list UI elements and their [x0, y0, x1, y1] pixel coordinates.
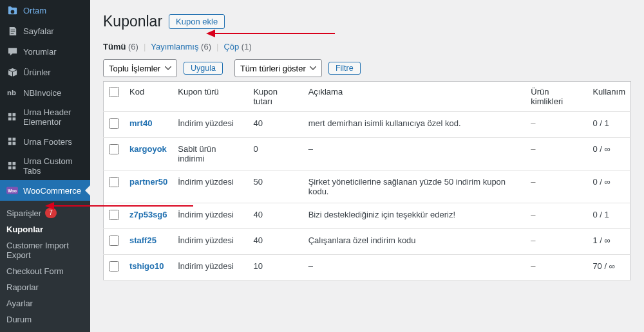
submenu-item-raporlar[interactable]: Raporlar: [0, 279, 90, 295]
submenu-item-ayarlar[interactable]: Ayarlar: [0, 295, 90, 311]
col-type[interactable]: Kupon türü: [173, 82, 248, 112]
cell-type: İndirim yüzdesi: [173, 171, 248, 203]
sidebar-item-label: WooCommerce: [23, 186, 81, 196]
filter-view[interactable]: Yayımlanmış: [151, 42, 198, 51]
sidebar-item-label: Urna Header Elementor: [23, 107, 85, 127]
coupon-code-link[interactable]: z7p53sg6: [129, 210, 167, 219]
box-icon: [6, 66, 18, 78]
page-title: Kuponlar: [103, 13, 162, 30]
col-code[interactable]: Kod: [124, 82, 173, 112]
filter-views: Tümü (6)|Yayımlanmış (6)|Çöp (1): [103, 42, 631, 51]
cell-usage: 0 / ∞: [587, 171, 630, 203]
submenu-item-label: Ayarlar: [6, 299, 33, 308]
table-row: partner50İndirim yüzdesi50Şirket yönetic…: [104, 171, 631, 203]
cell-product-ids: –: [526, 112, 587, 138]
cell-desc: Bizi desteklediğiniz için teşekkür ederi…: [303, 203, 526, 229]
submenu-item-customer-import-export[interactable]: Customer Import Export: [0, 237, 90, 263]
sidebar-item-urna-header-elementor[interactable]: Urna Header Elementor: [0, 103, 90, 131]
cell-desc: Çalışanlara özel indirim kodu: [303, 229, 526, 255]
coupons-table: Kod Kupon türü Kupon tutarı Açıklama Ürü…: [103, 81, 631, 281]
cell-type: İndirim yüzdesi: [173, 203, 248, 229]
sidebar-item-sayfalar[interactable]: Sayfalar: [0, 21, 90, 41]
svg-rect-13: [12, 166, 15, 169]
sidebar-item-label: Ürünler: [23, 68, 51, 77]
select-all-checkbox[interactable]: [109, 87, 119, 97]
col-desc[interactable]: Açıklama: [303, 82, 526, 112]
svg-rect-12: [8, 166, 11, 169]
apply-button[interactable]: Uygula: [184, 62, 223, 75]
row-checkbox[interactable]: [109, 118, 119, 129]
submenu-item-uzantılar[interactable]: Uzantılar: [0, 327, 90, 332]
page-icon: [6, 25, 18, 37]
row-checkbox[interactable]: [109, 210, 119, 220]
sidebar-item-ürünler[interactable]: Ürünler: [0, 62, 90, 82]
table-row: z7p53sg6İndirim yüzdesi40Bizi destekledi…: [104, 203, 631, 229]
svg-rect-11: [12, 161, 15, 165]
cell-product-ids: –: [526, 138, 587, 171]
cell-desc: mert demirhan isimli kullanıcıya özel ko…: [303, 112, 526, 138]
cell-amount: 0: [248, 138, 303, 171]
row-checkbox[interactable]: [109, 261, 119, 272]
svg-rect-6: [8, 137, 11, 140]
coupon-type-select[interactable]: Tüm türleri göster: [234, 59, 322, 77]
filter-view[interactable]: Tümü: [103, 42, 126, 51]
col-amount[interactable]: Kupon tutarı: [248, 82, 303, 112]
sidebar-item-label: Ortam: [23, 6, 46, 15]
sidebar-item-nbinvoice[interactable]: nbNBInvoice: [0, 82, 90, 103]
cell-product-ids: –: [526, 203, 587, 229]
svg-rect-3: [12, 113, 15, 116]
filter-view[interactable]: Çöp: [223, 42, 239, 51]
sidebar-item-woocommerce[interactable]: Woo WooCommerce: [0, 180, 90, 201]
cell-type: Sabit ürün indirimi: [173, 138, 248, 171]
coupon-code-link[interactable]: tshigo10: [129, 261, 164, 271]
submenu-item-durum[interactable]: Durum: [0, 311, 90, 327]
comment-icon: [6, 46, 18, 57]
sidebar-item-urna-custom-tabs[interactable]: Urna Custom Tabs: [0, 152, 90, 180]
sidebar-item-urna-footers[interactable]: Urna Footers: [0, 131, 90, 152]
submenu-item-label: Durum: [6, 315, 32, 324]
svg-point-0: [10, 10, 14, 14]
sidebar-item-label: Urna Custom Tabs: [23, 156, 85, 176]
cell-amount: 40: [248, 112, 303, 138]
svg-rect-10: [8, 161, 11, 165]
submenu-item-checkout-form[interactable]: Checkout Form: [0, 263, 90, 279]
cell-product-ids: –: [526, 171, 587, 203]
coupon-code-link[interactable]: staff25: [129, 235, 156, 245]
coupon-code-link[interactable]: kargoyok: [129, 144, 167, 154]
cell-amount: 40: [248, 203, 303, 229]
row-checkbox[interactable]: [109, 235, 119, 246]
svg-rect-2: [8, 113, 11, 116]
filter-button[interactable]: Filtre: [328, 62, 361, 75]
table-row: tshigo10İndirim yüzdesi10––70 / ∞: [104, 255, 631, 281]
cell-desc: –: [303, 138, 526, 171]
submenu-item-label: Kuponlar: [6, 225, 43, 234]
svg-rect-4: [8, 117, 11, 120]
cell-amount: 40: [248, 229, 303, 255]
sidebar-item-ortam[interactable]: Ortam: [0, 0, 90, 21]
submenu-item-kuponlar[interactable]: Kuponlar: [0, 221, 90, 237]
submenu-item-label: Siparişler: [6, 208, 41, 218]
cell-usage: 0 / 1: [587, 203, 630, 229]
bulk-action-select[interactable]: Toplu İşlemler: [103, 59, 177, 77]
cell-product-ids: –: [526, 255, 587, 281]
sidebar-item-label: Yorumlar: [23, 47, 57, 57]
cell-usage: 1 / ∞: [587, 229, 630, 255]
cell-desc: –: [303, 255, 526, 281]
grid-icon: [6, 136, 18, 147]
coupon-code-link[interactable]: partner50: [129, 177, 167, 187]
submenu-item-label: Raporlar: [6, 282, 39, 292]
row-checkbox[interactable]: [109, 177, 119, 187]
cell-usage: 0 / 1: [587, 112, 630, 138]
sidebar-item-yorumlar[interactable]: Yorumlar: [0, 41, 90, 62]
col-usage[interactable]: Kullanım: [587, 82, 630, 112]
badge: 7: [45, 208, 57, 218]
submenu-item-siparişler[interactable]: Siparişler7: [0, 205, 90, 221]
tablenav: Toplu İşlemler Uygula Tüm türleri göster…: [103, 59, 631, 77]
col-product-ids[interactable]: Ürün kimlikleri: [526, 82, 587, 112]
svg-rect-5: [12, 117, 15, 120]
add-coupon-button[interactable]: Kupon ekle: [169, 14, 225, 29]
coupon-code-link[interactable]: mrt40: [129, 118, 152, 128]
row-checkbox[interactable]: [109, 144, 119, 154]
table-row: mrt40İndirim yüzdesi40mert demirhan isim…: [104, 112, 631, 138]
table-row: staff25İndirim yüzdesi40Çalışanlara özel…: [104, 229, 631, 255]
